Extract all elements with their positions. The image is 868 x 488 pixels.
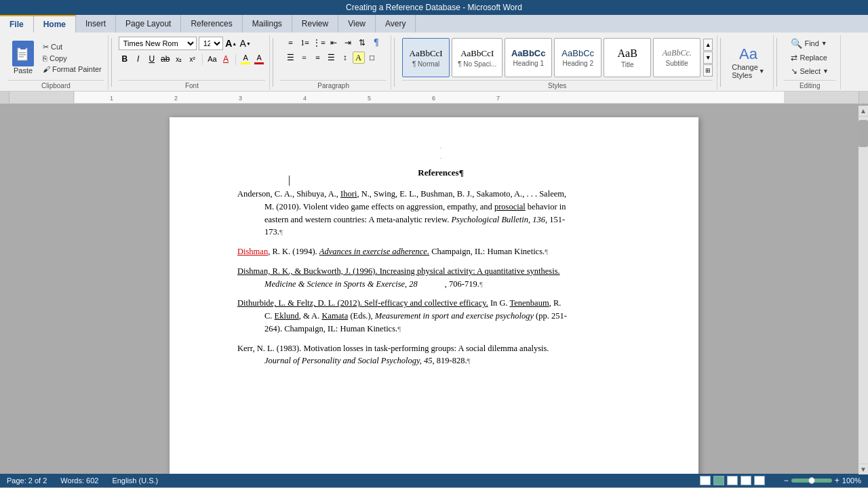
tab-insert[interactable]: Insert	[76, 15, 116, 33]
tab-mailings[interactable]: Mailings	[243, 15, 292, 33]
zoom-level: 100%	[842, 476, 861, 485]
justify-button[interactable]: ☰	[326, 52, 338, 64]
format-mark-top2: ·	[237, 155, 644, 162]
tab-file[interactable]: File	[0, 15, 34, 33]
tab-home[interactable]: Home	[34, 15, 76, 33]
svg-text:4: 4	[303, 95, 307, 102]
zoom-slider[interactable]	[791, 479, 832, 483]
replace-button[interactable]: ⇄ Replace	[788, 52, 829, 64]
ref-entry-dithurbide[interactable]: Dithurbide, L. & Feltz, D. L. (2012). Se…	[237, 297, 644, 335]
dithurbide-para: ¶	[397, 325, 401, 333]
style-heading1[interactable]: AaBbCc Heading 1	[505, 38, 552, 77]
underline-button[interactable]: U	[146, 53, 158, 65]
full-screen-button[interactable]	[713, 476, 724, 485]
style-normal[interactable]: AaBbCcI ¶ Normal	[402, 38, 450, 77]
scroll-up-button[interactable]: ▲	[859, 106, 868, 117]
scrollbar-right[interactable]: ▲ ▼	[859, 106, 868, 474]
tab-bar: File Home Insert Page Layout References …	[0, 15, 868, 33]
dishman1-author: Dishman	[237, 247, 268, 256]
format-painter-button[interactable]: 🖌 Format Painter	[41, 64, 104, 74]
kerr-continuation: Journal of Personality and Social Psycho…	[264, 354, 644, 367]
font-color-button[interactable]: A	[253, 53, 265, 65]
bullets-button[interactable]: ≡	[285, 37, 297, 49]
draft-button[interactable]	[754, 476, 765, 485]
ribbon: Paste ✂ Cut ⎘ Copy 🖌 Format Painter	[0, 33, 868, 92]
anderson-prosocial: prosocial	[494, 202, 526, 211]
bold-button[interactable]: B	[119, 53, 131, 65]
subscript-button[interactable]: x₂	[173, 53, 185, 65]
paste-button[interactable]: Paste	[8, 39, 38, 76]
highlight-color-button[interactable]: A	[239, 53, 252, 65]
sep4	[720, 38, 721, 87]
scroll-track[interactable]	[859, 147, 868, 464]
sep2	[273, 38, 273, 87]
cut-button[interactable]: ✂ Cut	[41, 42, 104, 52]
styles-scroll-down[interactable]: ▼	[703, 52, 713, 64]
clipboard-group: Paste ✂ Cut ⎘ Copy 🖌 Format Painter	[4, 35, 108, 89]
anderson-authors: Anderson, C. A., Shibuya, A.,	[237, 189, 340, 199]
style-no-spacing[interactable]: AaBbCcI ¶ No Spaci...	[452, 38, 502, 77]
font-label: Font	[119, 80, 265, 89]
tab-references[interactable]: References	[181, 15, 242, 33]
styles-more[interactable]: ⊞	[703, 64, 713, 77]
multilevel-list-button[interactable]: ⋮≡	[313, 37, 326, 49]
scroll-down-button[interactable]: ▼	[859, 464, 868, 474]
paragraph-label: Paragraph	[280, 80, 387, 89]
decrease-indent-button[interactable]: ⇤	[328, 37, 340, 49]
zoom-out-button[interactable]: −	[784, 476, 789, 485]
clipboard-label: Clipboard	[8, 80, 104, 89]
print-layout-button[interactable]	[700, 476, 711, 485]
copy-button[interactable]: ⎘ Copy	[41, 54, 104, 63]
view-buttons[interactable]	[700, 476, 765, 485]
dishman2-journal: Medicine & Science in Sports & Exercise,…	[264, 279, 418, 289]
zoom-controls[interactable]: − + 100%	[784, 476, 861, 485]
font-size-select[interactable]: 12	[199, 37, 223, 50]
align-left-button[interactable]: ☰	[285, 52, 297, 64]
tab-avery[interactable]: Avery	[376, 15, 416, 33]
line-spacing-button[interactable]: ↕	[339, 52, 351, 64]
clear-formatting-button[interactable]: A	[220, 53, 232, 65]
style-title[interactable]: AaB Title	[604, 38, 651, 77]
font-name-select[interactable]: Times New Rom	[119, 37, 197, 50]
change-case-button[interactable]: Aa	[206, 53, 218, 65]
outline-button[interactable]	[741, 476, 751, 485]
title-text: Creating a Reference Database - Microsof…	[346, 3, 522, 12]
ref-entry-dishman2[interactable]: Dishman, R. K., & Buckworth, J. (1996). …	[237, 265, 644, 291]
tab-review[interactable]: Review	[292, 15, 338, 33]
tab-page-layout[interactable]: Page Layout	[116, 15, 181, 33]
italic-button[interactable]: I	[132, 53, 144, 65]
numbering-button[interactable]: 1≡	[299, 37, 311, 49]
style-heading2[interactable]: AaBbCc Heading 2	[554, 38, 601, 77]
scroll-thumb[interactable]	[859, 120, 868, 147]
references-title[interactable]: References¶	[237, 167, 644, 178]
shrink-font-button[interactable]: A▼	[239, 37, 252, 49]
web-layout-button[interactable]	[727, 476, 738, 485]
ruler-main[interactable]: 1 2 3 4 5 6 7	[9, 92, 859, 103]
show-formatting-button[interactable]: ¶	[370, 37, 382, 49]
borders-button[interactable]: □	[366, 52, 378, 64]
styles-scroll-up[interactable]: ▲	[703, 39, 713, 51]
tab-view[interactable]: View	[338, 15, 376, 33]
grow-font-button[interactable]: A▲	[225, 37, 237, 49]
find-button[interactable]: 🔍 Find ▼	[788, 37, 829, 50]
change-styles-button[interactable]: Aa ChangeStyles ▼	[728, 43, 768, 82]
zoom-in-button[interactable]: +	[835, 476, 840, 485]
select-button[interactable]: ↘ Select ▼	[788, 65, 831, 77]
find-dropdown-icon: ▼	[821, 40, 827, 47]
paste-icon	[12, 41, 34, 66]
style-subtitle[interactable]: AaBbCc. Subtitle	[653, 38, 701, 77]
align-center-button[interactable]: ≡	[298, 52, 311, 64]
ref-entry-anderson[interactable]: Anderson, C. A., Shibuya, A., Ihori, N.,…	[237, 188, 644, 239]
shading-button[interactable]: A	[353, 52, 365, 64]
increase-indent-button[interactable]: ⇥	[342, 37, 354, 49]
strikethrough-button[interactable]: ab	[159, 53, 172, 65]
paste-label: Paste	[14, 66, 33, 75]
superscript-button[interactable]: x²	[186, 53, 199, 65]
sort-button[interactable]: ⇅	[356, 37, 368, 49]
anderson-ihori: Ihori	[340, 189, 357, 199]
ref-entry-kerr[interactable]: Kerr, N. L. (1983). Motivation losses in…	[237, 342, 644, 368]
align-right-button[interactable]: ≡	[312, 52, 324, 64]
change-styles-label: ChangeStyles	[732, 63, 758, 79]
ref-entry-dishman1[interactable]: Dishman, R. K. (1994). Advances in exerc…	[237, 245, 644, 258]
page-area[interactable]: · · References¶ Anderson, C. A., Shibuya…	[0, 104, 868, 474]
